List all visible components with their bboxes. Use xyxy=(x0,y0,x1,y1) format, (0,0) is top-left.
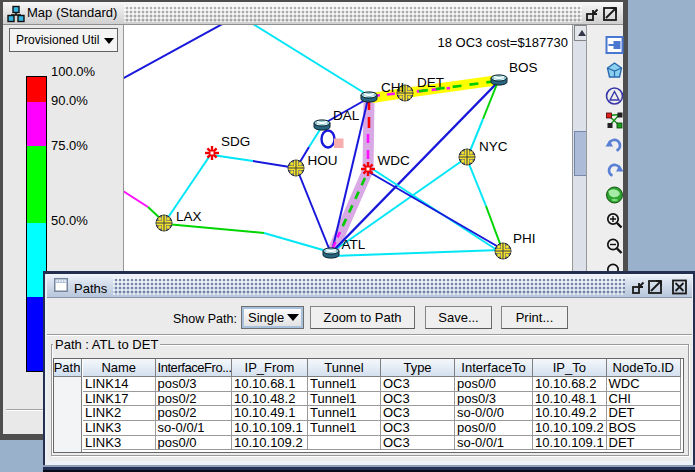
svg-text:SDG: SDG xyxy=(221,134,250,149)
svg-text:ATL: ATL xyxy=(342,237,366,252)
svg-text:DET: DET xyxy=(417,75,444,90)
svg-text:DAL: DAL xyxy=(333,108,360,123)
svg-text:HOU: HOU xyxy=(308,153,338,168)
svg-text:18 OC3 cost=$187730: 18 OC3 cost=$187730 xyxy=(438,35,568,50)
svg-text:BOS: BOS xyxy=(509,60,538,75)
svg-text:CHI: CHI xyxy=(381,80,404,95)
svg-text:WDC: WDC xyxy=(378,153,410,168)
svg-text:LAX: LAX xyxy=(176,209,202,224)
svg-text:NYC: NYC xyxy=(479,139,508,154)
svg-text:PHI: PHI xyxy=(513,231,536,246)
